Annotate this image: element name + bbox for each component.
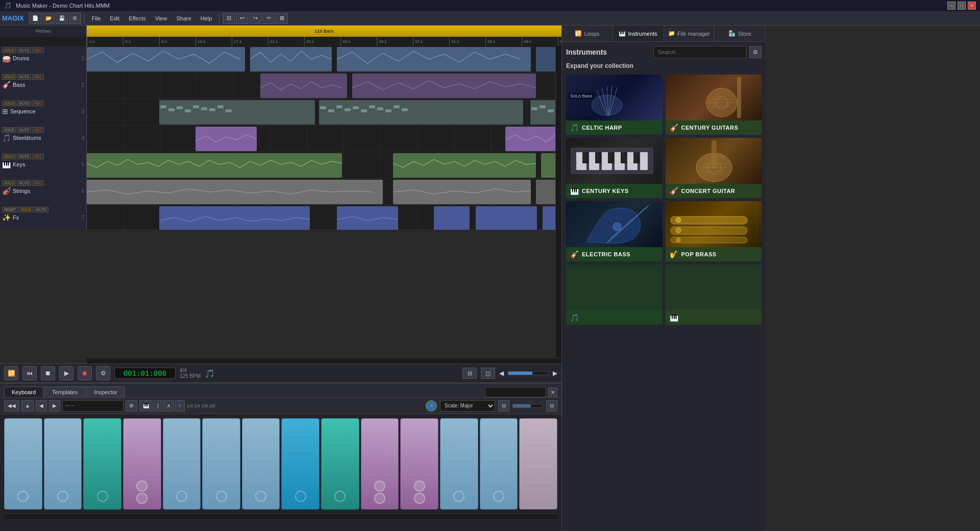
note-tool-1[interactable]: | xyxy=(154,400,162,412)
instrument-card-more-2[interactable]: 🎹 xyxy=(666,264,762,325)
piano-key-3[interactable] xyxy=(83,418,121,510)
track-1-content[interactable] xyxy=(87,46,555,72)
piano-key-8[interactable] xyxy=(281,418,320,510)
track-6-rec[interactable]: REC xyxy=(32,180,44,186)
keys-clip-2[interactable] xyxy=(393,153,536,178)
piano-key-4[interactable] xyxy=(123,418,161,510)
stereo-button[interactable]: ◫ xyxy=(481,368,495,379)
track-2-rec[interactable]: REC xyxy=(32,74,44,80)
minimize-button[interactable]: ─ xyxy=(947,2,955,10)
piano-key-9[interactable] xyxy=(321,418,359,510)
track-5-content[interactable] xyxy=(87,152,555,178)
track-7-reset[interactable]: RESET xyxy=(2,207,18,212)
key-settings[interactable]: ⚙ xyxy=(126,400,137,412)
seq-clip-2[interactable] xyxy=(319,100,523,125)
piano-key-12[interactable] xyxy=(440,418,478,510)
instrument-card-century-guitars[interactable]: 🎸 CENTURY GUITARS xyxy=(666,75,762,135)
nav-left[interactable]: ◀ xyxy=(36,400,47,412)
track-3-content[interactable] xyxy=(87,99,555,125)
instrument-card-concert-guitar[interactable]: 🎸 CONCERT GUITAR xyxy=(666,138,762,198)
instrument-card-more-1[interactable]: 🎵 xyxy=(566,264,663,325)
instrument-card-electric-bass[interactable]: 🎸 ELECTRIC BASS xyxy=(566,201,663,261)
keys-clip-1[interactable] xyxy=(87,153,342,178)
rewind-button[interactable]: ⏮ xyxy=(22,366,37,380)
track-1-mute[interactable]: MUTE xyxy=(17,47,31,53)
open-button[interactable]: 📂 xyxy=(42,13,55,24)
volume-slider-track[interactable] xyxy=(508,371,549,375)
piano-key-14[interactable] xyxy=(519,418,557,510)
track-7-mute[interactable]: MUTE xyxy=(34,207,48,212)
track-3-solo[interactable]: SOLO xyxy=(2,101,16,106)
play-button[interactable]: ▶ xyxy=(59,366,74,380)
steel-clip-2[interactable] xyxy=(505,127,555,151)
maximize-button[interactable]: □ xyxy=(958,2,966,10)
volume-slider-right[interactable]: ▶ xyxy=(553,370,557,377)
track-5-rec[interactable]: REC xyxy=(32,154,44,159)
bottom-search-input[interactable] xyxy=(485,387,546,397)
drum-clip-2[interactable] xyxy=(250,47,332,71)
strings-clip-1[interactable] xyxy=(87,180,383,204)
menu-file[interactable]: File xyxy=(88,14,105,22)
track-6-mute[interactable]: MUTE xyxy=(17,180,31,186)
cut-button[interactable]: ✂ xyxy=(262,13,275,24)
fx-clip-4[interactable] xyxy=(476,206,537,230)
menu-edit[interactable]: Edit xyxy=(106,14,124,22)
tab-inspector[interactable]: Inspector xyxy=(86,387,125,397)
steel-clip-1[interactable] xyxy=(195,127,257,151)
track-4-solo[interactable]: SOLO xyxy=(2,127,16,133)
piano-key-7[interactable] xyxy=(242,418,280,510)
instrument-card-pop-brass[interactable]: 🎷 POP BRASS xyxy=(666,201,762,261)
stop-edit-button[interactable]: ⊠ xyxy=(276,13,288,24)
strings-clip-2[interactable] xyxy=(393,180,531,204)
fx-clip-1[interactable] xyxy=(159,206,310,230)
volume-slider-left[interactable]: ◀ xyxy=(499,370,504,377)
piano-key-1[interactable] xyxy=(4,418,42,510)
right-tab-filemanager[interactable]: 📁 File manager xyxy=(664,26,715,41)
track-4-mute[interactable]: MUTE xyxy=(17,127,31,133)
nav-left-left[interactable]: ◀◀ xyxy=(4,400,19,412)
nav-up[interactable]: ▲ xyxy=(21,400,34,412)
instrument-card-century-keys[interactable]: 🎹 CENTURY KEYS xyxy=(566,138,663,198)
keyboard-scrollbar[interactable] xyxy=(4,514,557,519)
keyboard-config-2[interactable]: ⊟ xyxy=(546,400,557,412)
redo-button[interactable]: ↪ xyxy=(249,13,261,24)
track-7-solo[interactable]: SOLO xyxy=(19,207,33,212)
fx-clip-5[interactable] xyxy=(543,206,555,230)
drum-clip-1[interactable] xyxy=(87,47,245,71)
menu-share[interactable]: Share xyxy=(172,14,195,22)
strings-clip-3[interactable] xyxy=(536,180,555,204)
mixer-button[interactable]: ⊟ xyxy=(462,368,477,379)
horizontal-scrollbar[interactable] xyxy=(87,357,561,364)
piano-key-5[interactable] xyxy=(163,418,201,510)
window-controls[interactable]: ─ □ ✕ xyxy=(947,2,976,10)
keyboard-slider[interactable] xyxy=(512,404,543,408)
tab-templates[interactable]: Templates xyxy=(44,387,85,397)
instruments-search-input[interactable] xyxy=(653,46,747,58)
loop-button[interactable]: 🔁 xyxy=(4,366,18,380)
new-button[interactable]: 📄 xyxy=(29,13,41,24)
config-button[interactable]: ⚙ xyxy=(96,366,110,380)
tab-keyboard[interactable]: Keyboard xyxy=(4,387,43,397)
track-6-content[interactable] xyxy=(87,179,555,205)
save-button[interactable]: 💾 xyxy=(56,13,68,24)
track-7-content[interactable] xyxy=(87,205,555,230)
stop-button[interactable]: ⏹ xyxy=(41,366,55,380)
track-5-mute[interactable]: MUTE xyxy=(17,154,31,159)
track-6-solo[interactable]: SOLO xyxy=(2,180,16,186)
menu-view[interactable]: View xyxy=(151,14,172,22)
right-tab-store[interactable]: 🏪 Store xyxy=(715,26,766,41)
golden-bar[interactable]: 110 Bars xyxy=(87,26,561,37)
note-tool-3[interactable]: ↑ xyxy=(175,400,185,412)
piano-key-6[interactable] xyxy=(202,418,240,510)
snap-button[interactable]: ⊟ xyxy=(223,13,235,24)
keyboard-config-1[interactable]: ⊟ xyxy=(498,400,509,412)
track-4-rec[interactable]: REC xyxy=(32,127,44,133)
track-2-content[interactable] xyxy=(87,73,555,99)
instrument-card-celtic-harp[interactable]: SoLo Bass 🎵 CELTIC HARP xyxy=(566,75,663,135)
piano-key-13[interactable] xyxy=(480,418,518,510)
drum-clip-3[interactable] xyxy=(337,47,531,71)
fx-clip-2[interactable] xyxy=(337,206,398,230)
note-tool-piano[interactable]: 🎹 xyxy=(139,400,153,412)
track-5-solo[interactable]: SOLO xyxy=(2,154,16,159)
metronome-button[interactable]: 🎵 xyxy=(205,369,215,378)
